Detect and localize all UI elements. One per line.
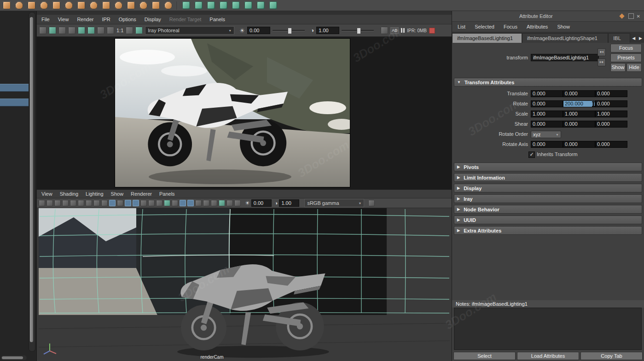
wireframe-icon[interactable] [156,200,162,206]
pinch-brush-icon[interactable] [232,1,240,9]
poly-sphere-icon[interactable] [3,1,11,9]
section-transform-attributes[interactable]: ▼ Transform Attributes [454,78,642,87]
input-connection-icon[interactable]: ↤ [598,48,606,56]
section-pivots[interactable]: ▶ Pivots [454,163,642,171]
menu-lighting[interactable]: Lighting [86,191,104,197]
stop-ipr-icon[interactable] [429,28,435,34]
menu-show[interactable]: Show [111,191,124,197]
rotate-axis-z-field[interactable]: 0.000 [595,141,627,148]
scale-x-field[interactable]: 1.000 [531,111,563,117]
viewport-options-icon[interactable] [368,200,375,206]
menu-view[interactable]: View [58,17,69,22]
depth-of-field-icon[interactable] [219,200,225,206]
smooth-icon[interactable] [164,1,172,9]
slider-thumb[interactable] [288,28,292,34]
ab-compare-icon[interactable]: AB [390,27,399,34]
bridge-icon[interactable] [139,1,147,9]
menu-list[interactable]: List [458,24,465,29]
focus-button[interactable]: Focus [610,44,642,52]
viewport-gamma-field[interactable]: 1.00 [279,199,299,207]
lock-camera-icon[interactable] [46,200,53,206]
color-management-icon[interactable] [381,27,388,34]
film-gate-icon[interactable] [101,200,108,206]
mirror-icon[interactable] [152,1,160,9]
poly-plane-icon[interactable] [65,1,73,9]
rotate-z-field[interactable]: 0.000 [595,100,627,107]
quad-draw-icon[interactable] [90,1,98,9]
multisample-icon[interactable] [211,200,217,206]
multi-cut-icon[interactable] [102,1,110,9]
grid-icon[interactable] [93,200,100,206]
view-transform-dropdown[interactable]: sRGB gamma ▼ [304,199,364,207]
gamma-field[interactable]: 1.00 [316,27,339,34]
grab-brush-icon[interactable] [220,1,227,9]
motion-blur-icon[interactable] [203,200,209,206]
remove-image-icon[interactable] [135,27,143,34]
close-icon[interactable]: ✕ [637,14,640,19]
safe-title-icon[interactable] [140,200,147,206]
pause-ipr-icon[interactable] [401,28,405,33]
slider-thumb[interactable] [357,28,361,34]
translate-x-field[interactable]: 0.000 [531,90,563,97]
pin-icon[interactable] [619,13,624,18]
horizontal-scrollbar[interactable] [1,355,27,360]
exposure-slider[interactable] [273,30,305,31]
scrollbar-thumb[interactable] [2,356,23,359]
section-limit-information[interactable]: ▶ Limit Information [454,173,642,182]
fill-mode-icon[interactable] [148,200,155,206]
safe-action-icon[interactable] [133,200,139,206]
scale-y-field[interactable]: 1.000 [563,111,595,117]
menu-file[interactable]: File [41,17,50,22]
bookmark-icon[interactable] [62,200,69,206]
renderer-dropdown[interactable]: Iray Photoreal ▼ [145,26,234,35]
one-to-one-zoom-label[interactable]: 1:1 [116,28,123,33]
shadows-icon[interactable] [187,200,194,206]
menu-renderer[interactable]: Renderer [131,191,152,197]
menu-display[interactable]: Display [145,17,161,22]
shear-z-field[interactable]: 0.000 [595,121,627,128]
section-uuid[interactable]: ▶ UUID [454,215,642,224]
render-canvas[interactable] [37,37,452,190]
viewport-canvas[interactable]: renderCam [37,208,452,361]
menu-render[interactable]: Render [77,17,93,22]
render-icon[interactable] [39,27,46,34]
alpha-channel-icon[interactable] [107,27,114,34]
gamma-slider[interactable] [342,30,374,31]
menu-selected[interactable]: Selected [475,24,494,29]
copy-tab-button[interactable]: Copy Tab [580,352,643,360]
knife-icon[interactable] [77,1,85,9]
target-weld-icon[interactable] [257,1,265,9]
relax-brush-icon[interactable] [207,1,215,9]
screen-space-ao-icon[interactable] [195,200,202,206]
rendered-image[interactable] [115,39,350,187]
menu-attributes[interactable]: Attributes [527,24,548,29]
float-panel-icon[interactable] [628,13,634,19]
section-display[interactable]: ▶ Display [454,184,642,192]
output-connection-icon[interactable]: ↦ [598,58,606,66]
section-node-behavior[interactable]: ▶ Node Behavior [454,205,642,214]
menu-shading[interactable]: Shading [60,191,78,197]
sculpt-brush-icon[interactable] [182,1,190,9]
rotate-axis-x-field[interactable]: 0.000 [531,141,563,148]
menu-show[interactable]: Show [557,24,570,29]
redo-render-icon[interactable] [68,27,75,34]
menu-options[interactable]: Options [119,17,136,22]
load-attributes-button[interactable]: Load Attributes [517,352,579,360]
image-plane-icon[interactable] [70,200,76,206]
render-settings-icon[interactable] [87,27,95,34]
menu-ipr[interactable]: IPR [102,17,110,22]
outliner-selected-item[interactable] [0,99,29,106]
outliner-panel[interactable] [0,11,37,361]
scrollbar-thumb[interactable] [30,17,33,342]
menu-panels[interactable]: Panels [159,191,175,197]
node-name-field[interactable]: ifmImageBasedLighting1 [531,54,599,61]
gate-mask-icon[interactable] [117,200,123,206]
translate-z-field[interactable]: 0.000 [595,90,627,97]
menu-focus[interactable]: Focus [504,24,517,29]
grease-pencil-icon[interactable] [86,200,92,206]
exposure-field[interactable]: 0.00 [247,27,270,34]
presets-button[interactable]: Presets [610,53,642,62]
tab-ifmimagebasedlightingshape1[interactable]: ifmImageBasedLightingShape1 [522,33,608,43]
viewport-exposure-field[interactable]: 0.00 [251,199,272,207]
isolate-select-icon[interactable] [226,200,233,206]
